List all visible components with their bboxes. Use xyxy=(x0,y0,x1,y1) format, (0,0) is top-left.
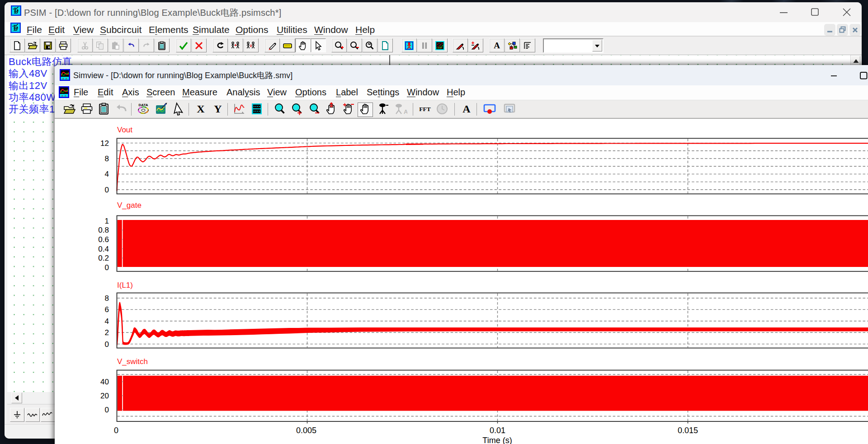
svg-text:40: 40 xyxy=(100,378,109,386)
svg-text:A: A xyxy=(404,108,407,115)
svg-text:A: A xyxy=(494,41,500,50)
svg-text:4: 4 xyxy=(105,170,109,178)
svg-text:0: 0 xyxy=(105,263,109,272)
svg-text:V_gate: V_gate xyxy=(117,201,142,210)
svg-text:0.005: 0.005 xyxy=(296,426,316,435)
svg-text:0.4: 0.4 xyxy=(98,245,109,253)
svg-text:I(L1): I(L1) xyxy=(117,281,133,290)
svg-text:0.015: 0.015 xyxy=(678,426,698,435)
svg-text:20: 20 xyxy=(100,392,109,400)
svg-text:Y: Y xyxy=(214,103,222,115)
svg-text:FFT: FFT xyxy=(419,106,431,112)
svg-text:Time (s): Time (s) xyxy=(482,436,512,444)
svg-text:V_switch: V_switch xyxy=(117,357,148,366)
svg-text:4: 4 xyxy=(105,317,109,326)
svg-text:0: 0 xyxy=(114,426,118,435)
svg-text:8: 8 xyxy=(105,294,109,303)
svg-text:0: 0 xyxy=(105,406,109,414)
svg-text:6: 6 xyxy=(105,305,109,314)
svg-text:A: A xyxy=(462,103,471,115)
svg-text:0.01: 0.01 xyxy=(490,426,505,435)
svg-text:2: 2 xyxy=(105,328,109,337)
svg-text:0.2: 0.2 xyxy=(98,254,109,262)
svg-text:0: 0 xyxy=(105,186,109,194)
svg-text:0.8: 0.8 xyxy=(98,226,109,234)
svg-text:1: 1 xyxy=(105,217,109,225)
svg-text:8: 8 xyxy=(105,154,109,163)
svg-text:0: 0 xyxy=(105,340,109,349)
svg-text:12: 12 xyxy=(100,139,109,148)
svg-text:Vout: Vout xyxy=(117,126,132,134)
svg-text:0.6: 0.6 xyxy=(98,235,109,244)
svg-text:X: X xyxy=(197,103,205,115)
